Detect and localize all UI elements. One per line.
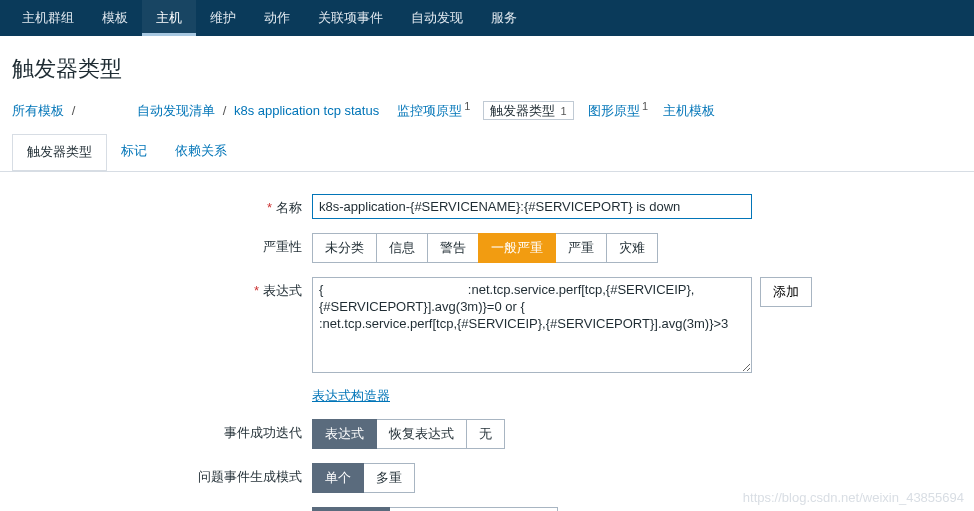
bc-all-templates[interactable]: 所有模板 bbox=[12, 103, 64, 118]
ok-close-all[interactable]: 所有问题 bbox=[312, 507, 390, 511]
sub-tabs: 触发器类型 标记 依赖关系 bbox=[0, 134, 974, 172]
name-input[interactable] bbox=[312, 194, 752, 219]
bc-discovery-rule[interactable]: k8s application tcp status bbox=[234, 103, 379, 118]
ok-iter-recovery[interactable]: 恢复表达式 bbox=[376, 419, 467, 449]
expression-label: *表达式 bbox=[12, 277, 312, 300]
gen-mode-multiple[interactable]: 多重 bbox=[363, 463, 415, 493]
bc-graph-proto-count: 1 bbox=[642, 100, 648, 112]
tab-dependencies[interactable]: 依赖关系 bbox=[161, 134, 241, 171]
nav-actions[interactable]: 动作 bbox=[250, 0, 304, 36]
bc-host-template[interactable]: 主机模板 bbox=[663, 103, 715, 118]
gen-mode-label: 问题事件生成模式 bbox=[12, 463, 312, 486]
ok-close-group: 所有问题 所有问题如果标签值匹配 bbox=[312, 507, 558, 511]
severity-warning[interactable]: 警告 bbox=[427, 233, 479, 263]
bc-sep2: / bbox=[219, 103, 231, 118]
tab-trigger-type[interactable]: 触发器类型 bbox=[12, 134, 107, 172]
severity-group: 未分类 信息 警告 一般严重 严重 灾难 bbox=[312, 233, 658, 263]
bc-item-proto[interactable]: 监控项原型 bbox=[397, 103, 462, 118]
tab-tags[interactable]: 标记 bbox=[107, 134, 161, 171]
nav-discovery[interactable]: 自动发现 bbox=[397, 0, 477, 36]
ok-iter-none[interactable]: 无 bbox=[466, 419, 505, 449]
bc-trigger-proto[interactable]: 触发器类型 1 bbox=[483, 101, 574, 120]
form: *名称 严重性 未分类 信息 警告 一般严重 严重 灾难 *表达式 { :net… bbox=[0, 172, 974, 511]
ok-iteration-label: 事件成功迭代 bbox=[12, 419, 312, 442]
severity-disaster[interactable]: 灾难 bbox=[606, 233, 658, 263]
severity-label: 严重性 bbox=[12, 233, 312, 256]
severity-unclassified[interactable]: 未分类 bbox=[312, 233, 377, 263]
expression-textarea[interactable]: { :net.tcp.service.perf[tcp,{#SERVICEIP}… bbox=[312, 277, 752, 373]
ok-close-tag-match[interactable]: 所有问题如果标签值匹配 bbox=[389, 507, 558, 511]
severity-info[interactable]: 信息 bbox=[376, 233, 428, 263]
ok-iteration-group: 表达式 恢复表达式 无 bbox=[312, 419, 505, 449]
severity-average[interactable]: 一般严重 bbox=[478, 233, 556, 263]
ok-close-label: 事件成功关闭 bbox=[12, 507, 312, 511]
breadcrumb: 所有模板 / 自动发现清单 / k8s application tcp stat… bbox=[0, 100, 974, 134]
expression-builder-link[interactable]: 表达式构造器 bbox=[312, 387, 390, 405]
bc-item-proto-count: 1 bbox=[464, 100, 470, 112]
name-label: *名称 bbox=[12, 194, 312, 217]
nav-correlation[interactable]: 关联项事件 bbox=[304, 0, 397, 36]
ok-iter-expression[interactable]: 表达式 bbox=[312, 419, 377, 449]
gen-mode-single[interactable]: 单个 bbox=[312, 463, 364, 493]
severity-high[interactable]: 严重 bbox=[555, 233, 607, 263]
nav-hostgroups[interactable]: 主机群组 bbox=[8, 0, 88, 36]
nav-hosts[interactable]: 主机 bbox=[142, 0, 196, 36]
bc-graph-proto[interactable]: 图形原型 bbox=[588, 103, 640, 118]
nav-templates[interactable]: 模板 bbox=[88, 0, 142, 36]
nav-services[interactable]: 服务 bbox=[477, 0, 531, 36]
nav-maintenance[interactable]: 维护 bbox=[196, 0, 250, 36]
bc-discovery-list[interactable]: 自动发现清单 bbox=[137, 103, 215, 118]
page-title: 触发器类型 bbox=[12, 54, 974, 84]
top-navigation: 主机群组 模板 主机 维护 动作 关联项事件 自动发现 服务 bbox=[0, 0, 974, 36]
gen-mode-group: 单个 多重 bbox=[312, 463, 415, 493]
add-button[interactable]: 添加 bbox=[760, 277, 812, 307]
bc-sep: / bbox=[68, 103, 80, 118]
